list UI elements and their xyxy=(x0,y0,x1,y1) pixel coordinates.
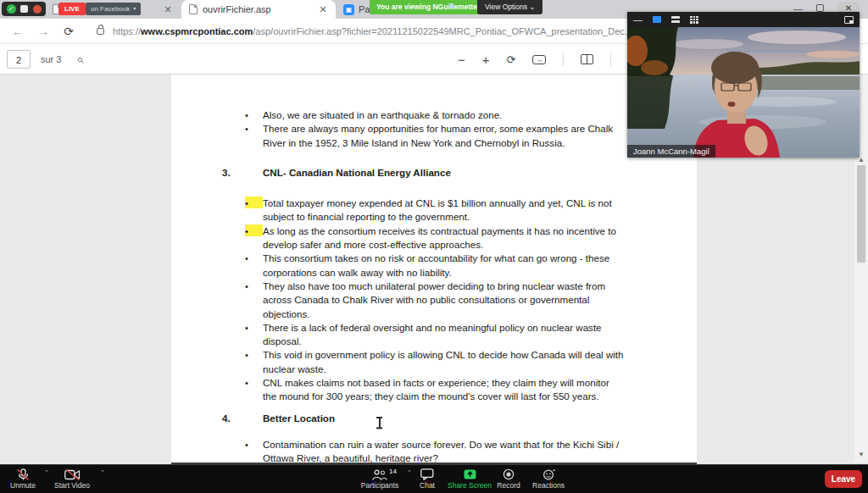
back-icon[interactable]: ← xyxy=(5,25,31,38)
facebook-label: on Facebook xyxy=(91,3,130,15)
doc-bullet-text: This void in government policy is allowi… xyxy=(263,348,625,376)
view-options-label: View Options xyxy=(485,3,527,11)
restore-icon[interactable] xyxy=(816,4,824,12)
svg-text:✦: ✦ xyxy=(552,468,555,473)
unmute-button[interactable]: Unmute ⌃ xyxy=(5,468,41,490)
pip-icon[interactable] xyxy=(844,16,854,24)
text-cursor xyxy=(376,417,382,429)
stream-status-widget: ✓ xyxy=(2,2,46,16)
url-scheme: https:// xyxy=(113,26,141,36)
forward-icon[interactable]: → xyxy=(31,25,56,38)
record-icon xyxy=(503,468,515,481)
doc-bullet: •As long as the consortium receives its … xyxy=(222,224,625,252)
doc-bullet: •There are always many opportunities for… xyxy=(222,122,625,150)
page-number-input[interactable]: 2 xyxy=(7,50,31,69)
bullet-marker: • xyxy=(245,108,263,122)
stream-check-icon: ✓ xyxy=(7,4,16,14)
doc-bullet-text: This consortium takes on no risk or acco… xyxy=(263,252,625,280)
zoom-in-icon[interactable]: + xyxy=(482,53,490,67)
participants-icon xyxy=(372,468,387,481)
video-overlay-window[interactable]: — xyxy=(627,12,860,158)
doc-heading-title: Better Location xyxy=(263,412,335,425)
reactions-button[interactable]: ✦ Reactions xyxy=(527,468,570,490)
chevron-up-icon[interactable]: ⌃ xyxy=(407,469,412,476)
doc-bullet-text: Total taxpayer money expended at CNL is … xyxy=(263,197,625,224)
record-button[interactable]: Record xyxy=(492,468,526,490)
fit-width-icon[interactable]: ↔ xyxy=(532,55,546,64)
stream-record-icon xyxy=(33,5,42,14)
chevron-down-icon: ▾ xyxy=(133,3,136,15)
doc-heading-number: 3. xyxy=(222,166,263,180)
participant-video: Joann McCann-Magil xyxy=(627,27,860,158)
doc-bullet: •This void in government policy is allow… xyxy=(222,348,625,376)
video-scene xyxy=(627,27,860,158)
doc-heading-title: CNL- Canadian National Energy Alliance xyxy=(263,166,451,180)
strip-view-icon[interactable] xyxy=(671,16,680,23)
bullet-marker-highlighted: • xyxy=(245,197,263,208)
stream-window-icon xyxy=(20,5,28,13)
search-icon[interactable]: ⌕ xyxy=(76,52,83,67)
doc-bullet: •There is a lack of federal oversight an… xyxy=(222,321,625,349)
tab-ouvrirfichier[interactable]: ouvrirFichier.asp ✕ xyxy=(181,0,336,19)
close-icon[interactable]: ✕ xyxy=(162,4,174,15)
view-options-button[interactable]: View Options ⌄ xyxy=(477,0,542,14)
leave-button[interactable]: Leave xyxy=(825,470,862,488)
doc-bullet-text: There is a lack of federal oversight and… xyxy=(263,321,625,349)
page-view-icon[interactable] xyxy=(581,54,593,64)
doc-bullet-text: CNL makes claims not based in facts or e… xyxy=(263,376,625,404)
doc-heading-number: 4. xyxy=(222,412,263,425)
page-count-label: sur 3 xyxy=(41,54,61,64)
url-path: /asp/ouvrirFichier.asp?fichier=202112150… xyxy=(253,26,665,36)
mic-muted-icon xyxy=(16,468,30,481)
doc-bullet-text: As long as the consortium receives its c… xyxy=(263,224,625,252)
bullet-marker: • xyxy=(245,376,263,404)
reload-icon[interactable]: ⟳ xyxy=(56,25,81,38)
record-label: Record xyxy=(497,481,520,490)
doc-bullet-text: They also have too much unilateral power… xyxy=(263,280,625,321)
unmute-label: Unmute xyxy=(10,481,36,490)
doc-bullet: •CNL makes claims not based in facts or … xyxy=(222,376,625,404)
screen: ✓ ✕ LIVE on Facebook ▾ ouvrirFichier.asp… xyxy=(0,0,868,493)
bullet-marker: • xyxy=(245,280,263,321)
participants-button[interactable]: Participants 14 ⌃ xyxy=(356,468,403,490)
scrollbar-thumb[interactable] xyxy=(857,165,865,263)
rotate-icon[interactable]: ⟳ xyxy=(507,53,516,66)
share-screen-button[interactable]: Share Screen xyxy=(442,468,497,490)
doc-bullet: •Total taxpayer money expended at CNL is… xyxy=(222,197,625,224)
chat-label: Chat xyxy=(420,481,435,490)
share-screen-icon xyxy=(464,468,476,481)
doc-bullet-text: Contamination can ruin a water source fo… xyxy=(263,438,625,463)
meeting-toolbar: Unmute ⌃ Start Video ⌃ Participants 14 ⌃… xyxy=(0,464,868,493)
address-bar[interactable]: https://www.cspmrcpontiac.com/asp/ouvrir… xyxy=(113,26,665,36)
reactions-label: Reactions xyxy=(532,481,565,490)
video-overlay-titlebar: — xyxy=(627,12,860,27)
chat-button[interactable]: Chat xyxy=(415,468,439,490)
pdf-page: •Also, we are situated in an earthquake … xyxy=(171,75,697,463)
doc-bullet: •Also, we are situated in an earthquake … xyxy=(222,108,625,122)
doc-section: 4.Better Location•Contamination can ruin… xyxy=(222,412,625,463)
camera-off-icon xyxy=(64,468,81,481)
facebook-target-dropdown[interactable]: on Facebook ▾ xyxy=(86,3,141,15)
doc-heading: 4.Better Location xyxy=(222,412,625,425)
doc-section: 3.CNL- Canadian National Energy Alliance… xyxy=(222,166,625,404)
bullet-marker: • xyxy=(245,348,263,376)
participant-name: Joann McCann-Magil xyxy=(627,145,715,158)
doc-bullet: •They also have too much unilateral powe… xyxy=(222,280,625,321)
minimize-icon[interactable]: — xyxy=(633,15,643,24)
divider xyxy=(563,53,564,66)
bullet-marker: • xyxy=(245,122,263,150)
scroll-down-icon[interactable]: ▼ xyxy=(854,451,868,458)
gallery-view-icon[interactable] xyxy=(690,16,698,24)
share-screen-label: Share Screen xyxy=(448,481,492,490)
document-text: •Also, we are situated in an earthquake … xyxy=(171,75,697,463)
participants-label: Participants xyxy=(361,481,398,490)
start-video-label: Start Video xyxy=(54,481,90,490)
lock-icon xyxy=(97,28,104,35)
zoom-out-icon[interactable]: − xyxy=(458,53,465,67)
participants-count: 14 xyxy=(389,468,397,475)
zoom-app-icon: ▣ xyxy=(343,4,354,15)
close-icon[interactable]: ✕ xyxy=(317,4,329,15)
speaker-view-icon[interactable] xyxy=(653,16,661,23)
chevron-up-icon[interactable]: ⌃ xyxy=(100,469,105,476)
start-video-button[interactable]: Start Video ⌃ xyxy=(47,468,97,490)
